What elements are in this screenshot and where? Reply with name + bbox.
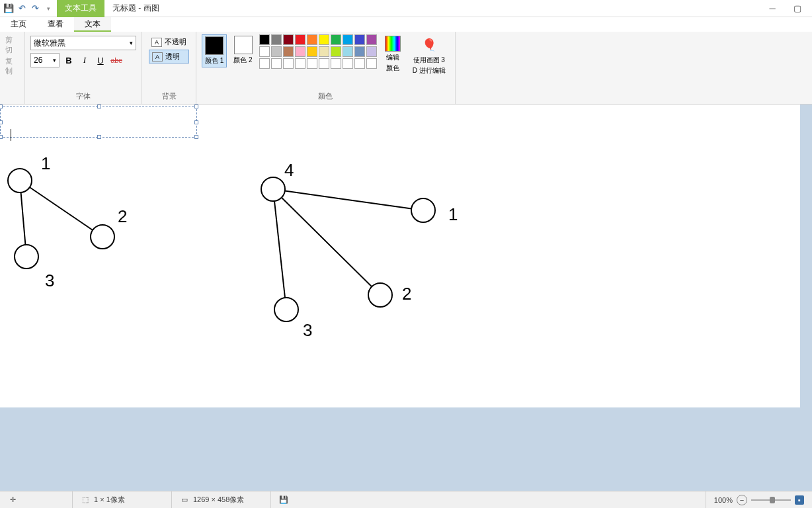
group-font: 微软雅黑 ▾ 26 ▾ B I U abc 字体 (25, 32, 142, 104)
tab-text[interactable]: 文本 (74, 17, 111, 32)
font-size-value: 26 (34, 56, 42, 65)
color-swatch[interactable] (295, 58, 305, 69)
canvas-size-icon: ▭ (180, 495, 189, 505)
color-swatch[interactable] (319, 46, 329, 57)
font-family-select[interactable]: 微软雅黑 ▾ (30, 36, 136, 50)
svg-point-13 (368, 283, 392, 307)
status-bar: ✛ ⬚ 1 × 1像素 ▭ 1269 × 458像素 💾 100% − ▪ (0, 491, 812, 508)
underline-button[interactable]: U (94, 54, 107, 67)
svg-line-9 (273, 189, 380, 295)
status-position: ✛ (0, 491, 73, 508)
tab-home[interactable]: 主页 (0, 17, 37, 32)
color-palette (259, 34, 377, 69)
svg-text:1: 1 (41, 153, 50, 173)
status-selection: ⬚ 1 × 1像素 (73, 491, 172, 508)
group-label-font: 字体 (30, 90, 136, 103)
edit-colors-button[interactable]: 编辑 颜色 (381, 34, 405, 74)
color-swatch[interactable] (307, 46, 317, 57)
edit-colors-label2: 颜色 (386, 64, 399, 73)
color-swatch[interactable] (271, 58, 282, 69)
selection-icon: ⬚ (81, 495, 90, 505)
color2-swatch (234, 36, 253, 54)
group-clipboard: 剪切 复制 (0, 32, 25, 104)
color-swatch[interactable] (259, 58, 270, 69)
position-icon: ✛ (8, 495, 17, 505)
undo-icon[interactable]: ↶ (16, 3, 28, 15)
color-swatch[interactable] (271, 46, 282, 57)
opaque-option[interactable]: A 不透明 (149, 36, 189, 48)
zoom-slider[interactable] (751, 499, 791, 501)
color-swatch[interactable] (331, 58, 341, 69)
ribbon-tabs: 主页 查看 文本 (0, 17, 812, 32)
group-label-colors: 颜色 (202, 90, 450, 103)
color-swatch[interactable] (354, 46, 365, 57)
paint3d-icon: 🎈 (420, 36, 438, 54)
status-canvas-size: ▭ 1269 × 458像素 (172, 491, 271, 508)
color-swatch[interactable] (366, 46, 377, 57)
svg-point-4 (15, 245, 38, 269)
redo-icon[interactable]: ↷ (29, 3, 41, 15)
minimize-button[interactable]: ─ (766, 2, 779, 15)
font-size-select[interactable]: 26 ▾ (30, 53, 60, 67)
svg-point-3 (91, 225, 114, 249)
svg-point-12 (411, 198, 435, 222)
tab-view[interactable]: 查看 (37, 17, 74, 32)
group-background: A 不透明 A 透明 背景 (142, 32, 196, 104)
color-swatch[interactable] (319, 34, 329, 45)
svg-text:4: 4 (284, 160, 294, 180)
color-swatch[interactable] (366, 58, 377, 69)
quick-access-toolbar: 💾 ↶ ↷ ▾ (0, 3, 57, 15)
color-swatch[interactable] (331, 34, 341, 45)
paint3d-button[interactable]: 🎈 使用画图 3 D 进行编辑 (409, 34, 450, 77)
color2-label: 颜色 2 (233, 56, 252, 65)
opaque-icon: A (151, 38, 162, 47)
color-swatch[interactable] (307, 34, 317, 45)
color-swatch[interactable] (366, 34, 377, 45)
save-icon[interactable]: 💾 (3, 3, 15, 15)
edit-colors-label1: 编辑 (386, 53, 399, 62)
color1-button[interactable]: 颜色 1 (202, 34, 227, 67)
color-swatch[interactable] (295, 34, 305, 45)
color-swatch[interactable] (319, 58, 329, 69)
zoom-in-button[interactable]: ▪ (795, 495, 804, 505)
contextual-tab-text-tools: 文本工具 (57, 0, 104, 17)
paint3d-label2: D 进行编辑 (413, 66, 446, 75)
font-family-value: 微软雅黑 (34, 38, 65, 49)
title-bar: 💾 ↶ ↷ ▾ 文本工具 无标题 - 画图 ─ ▢ (0, 0, 812, 17)
color-swatch[interactable] (259, 34, 270, 45)
svg-line-10 (273, 189, 286, 310)
chevron-down-icon: ▾ (53, 57, 56, 64)
transparent-label: 透明 (165, 52, 180, 62)
canvas[interactable]: 1234123 (0, 105, 800, 407)
color2-button[interactable]: 颜色 2 (231, 34, 255, 66)
color-swatch[interactable] (271, 34, 282, 45)
svg-point-14 (274, 298, 298, 321)
color-swatch[interactable] (283, 34, 294, 45)
color-swatch[interactable] (331, 46, 341, 57)
color-swatch[interactable] (343, 46, 353, 57)
color-swatch[interactable] (343, 34, 353, 45)
strikethrough-button[interactable]: abc (110, 54, 123, 67)
svg-text:2: 2 (402, 284, 411, 304)
zoom-out-button[interactable]: − (737, 495, 747, 505)
bold-button[interactable]: B (62, 54, 75, 67)
paint3d-label1: 使用画图 3 (413, 56, 445, 65)
maximize-button[interactable]: ▢ (791, 2, 804, 15)
italic-button[interactable]: I (78, 54, 91, 67)
group-label-background: 背景 (147, 90, 190, 103)
color-swatch[interactable] (343, 58, 353, 69)
color-swatch[interactable] (259, 46, 270, 57)
qat-dropdown-icon[interactable]: ▾ (42, 3, 54, 15)
transparent-option[interactable]: A 透明 (149, 50, 189, 64)
color-swatch[interactable] (354, 34, 365, 45)
color-swatch[interactable] (283, 58, 294, 69)
svg-text:3: 3 (303, 320, 312, 340)
color-swatch[interactable] (295, 46, 305, 57)
color-swatch[interactable] (283, 46, 294, 57)
zoom-thumb[interactable] (770, 497, 775, 503)
edit-colors-icon (385, 36, 401, 52)
color-swatch[interactable] (307, 58, 317, 69)
color-swatch[interactable] (354, 58, 365, 69)
chevron-down-icon: ▾ (130, 40, 133, 46)
zoom-control: 100% − ▪ (706, 495, 812, 505)
